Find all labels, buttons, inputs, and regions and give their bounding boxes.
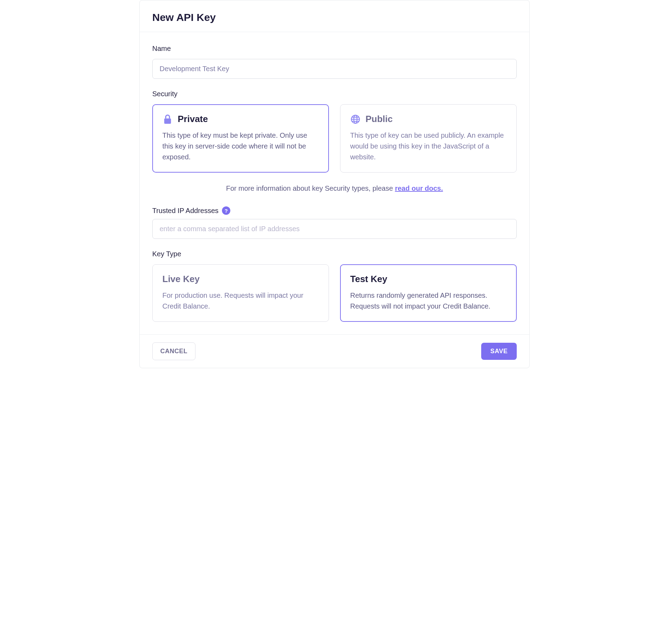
security-label: Security [152,90,517,98]
modal-body: Name Security Private [140,32,529,334]
read-docs-link[interactable]: read our docs. [395,184,443,192]
option-title: Live Key [162,274,200,285]
help-prefix: For more information about key Security … [226,184,395,192]
key-type-label: Key Type [152,250,517,258]
modal-footer: CANCEL SAVE [140,334,529,368]
modal-header: New API Key [140,0,529,32]
option-description: Returns randomly generated API responses… [350,290,507,312]
key-type-section: Key Type Live Key For production use. Re… [152,250,517,322]
option-description: This type of key must be kept private. O… [162,130,319,162]
trusted-ips-label-row: Trusted IP Addresses ? [152,206,517,215]
key-type-option-test[interactable]: Test Key Returns randomly generated API … [340,264,517,322]
help-icon[interactable]: ? [222,206,230,215]
option-header: Test Key [350,274,507,285]
name-input[interactable] [152,59,517,79]
security-options: Private This type of key must be kept pr… [152,104,517,173]
cancel-button[interactable]: CANCEL [152,342,195,360]
option-title: Test Key [350,274,387,285]
trusted-ips-input[interactable] [152,219,517,239]
option-header: Public [350,114,507,124]
security-section: Security Private This type of key must b… [152,90,517,192]
option-title: Public [366,114,393,124]
globe-icon [350,114,361,124]
option-description: This type of key can be used publicly. A… [350,130,507,162]
save-button[interactable]: SAVE [481,343,517,360]
svg-rect-0 [164,118,171,123]
security-option-public[interactable]: Public This type of key can be used publ… [340,104,517,173]
option-description: For production use. Requests will impact… [162,290,319,312]
security-option-private[interactable]: Private This type of key must be kept pr… [152,104,329,173]
option-header: Private [162,114,319,124]
lock-icon [162,114,173,124]
name-label: Name [152,45,517,53]
trusted-ips-label: Trusted IP Addresses [152,207,218,215]
new-api-key-modal: New API Key Name Security [139,0,530,368]
security-help-text: For more information about key Security … [152,184,517,192]
option-title: Private [178,114,208,124]
name-section: Name [152,45,517,79]
option-header: Live Key [162,274,319,285]
trusted-ips-section: Trusted IP Addresses ? [152,206,517,239]
key-type-options: Live Key For production use. Requests wi… [152,264,517,322]
modal-title: New API Key [152,12,517,23]
key-type-option-live[interactable]: Live Key For production use. Requests wi… [152,264,329,322]
